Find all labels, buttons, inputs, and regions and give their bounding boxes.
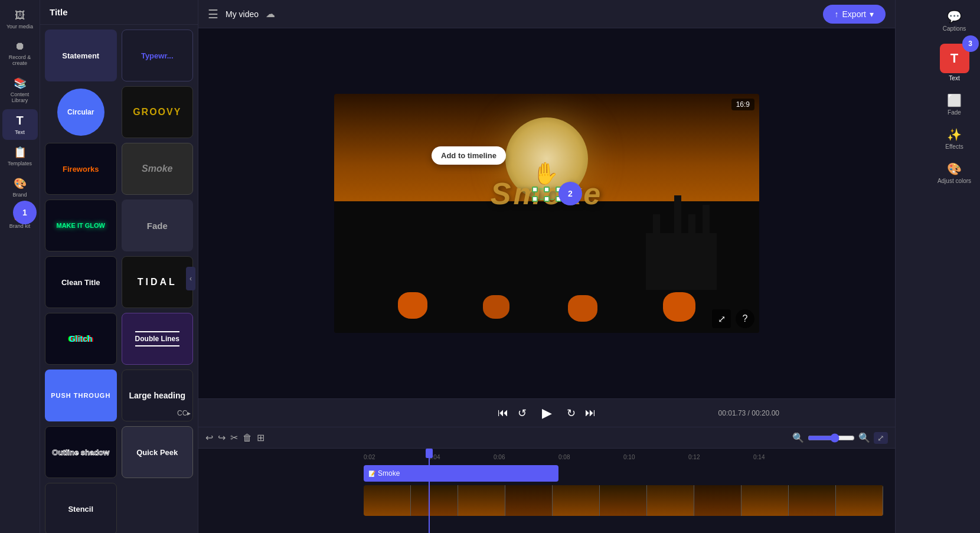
skip-forward-button[interactable]: ⏭ [585, 407, 596, 419]
sidebar-label-brand: Brand [12, 192, 27, 198]
right-panel-text[interactable]: T 3 Text [934, 39, 975, 86]
video-thumb-10 [789, 485, 836, 516]
sidebar-label-record: Record & create [5, 54, 35, 66]
title-card-fireworks[interactable]: Fireworks [45, 143, 117, 195]
title-card-double-lines[interactable]: Double Lines [122, 313, 194, 365]
ruler-mark-5: 0:10 [623, 454, 688, 460]
right-panel-effects[interactable]: ✨ Effects [934, 123, 975, 155]
sidebar-label-media: Your media [6, 24, 33, 30]
title-card-outline-shadow[interactable]: Outline shadow [45, 426, 117, 478]
cut-button[interactable]: ✂ [230, 432, 238, 443]
ruler-mark-3: 0:06 [494, 454, 558, 460]
ruler-mark-4: 0:08 [558, 454, 623, 460]
record-icon: ⏺ [15, 40, 25, 53]
cursor-step-3: 3 [962, 35, 979, 52]
text-panel-t-icon: T [950, 51, 958, 66]
captions-icon: 💬 [947, 9, 962, 24]
play-button[interactable]: ▶ [536, 403, 557, 424]
sidebar-item-templates[interactable]: 📋 Templates [2, 141, 38, 171]
sidebar-item-text[interactable]: T Text 1 [2, 109, 38, 140]
zoom-in-icon[interactable]: 🔍 [858, 432, 870, 443]
right-panel-captions[interactable]: 💬 Captions [934, 5, 975, 37]
add-to-timeline-tooltip: Add to timeline [432, 146, 506, 165]
project-name[interactable]: My video [226, 9, 259, 19]
sidebar-item-media[interactable]: 🖼 Your media [2, 5, 38, 34]
title-card-statement[interactable]: Statement [45, 30, 117, 81]
title-card-typewr[interactable]: Typewr... [122, 30, 194, 81]
right-panel-fade[interactable]: ⬜ Fade [934, 89, 975, 120]
zoom-slider[interactable] [808, 433, 855, 443]
title-card-glitch[interactable]: Glitch [45, 313, 117, 365]
handle-bm[interactable] [544, 196, 550, 202]
export-icon: ↑ [835, 9, 839, 19]
handle-tl[interactable] [532, 187, 538, 192]
fit-button[interactable]: ⤢ [874, 432, 888, 444]
video-canvas[interactable]: Smoke 16:9 ⤢ ? [334, 94, 759, 333]
title-card-tidal[interactable]: TIDAL [122, 256, 194, 308]
canvas-area: Add to timeline Smoke [198, 28, 895, 398]
cloud-save-icon[interactable]: ☁ [266, 8, 275, 19]
left-sidebar: 🖼 Your media ⏺ Record & create 📚 Content… [0, 0, 40, 533]
expand-button[interactable]: ⤢ [712, 309, 731, 328]
split-button[interactable]: ⊞ [257, 432, 264, 443]
title-card-groovy[interactable]: GROOVY [122, 86, 194, 138]
help-button[interactable]: ? [736, 309, 754, 328]
video-thumb-6 [600, 485, 647, 516]
cursor-step-2: 2 [558, 182, 582, 205]
delete-button[interactable]: 🗑 [243, 433, 252, 443]
video-thumb-2 [411, 485, 458, 516]
title-panel-header: Title [40, 0, 198, 25]
video-thumb-9 [741, 485, 789, 516]
ruler-mark-1: 0:02 [364, 454, 429, 460]
text-panel-label: Text [949, 75, 959, 81]
video-thumb-3 [458, 485, 505, 516]
zoom-out-icon[interactable]: 🔍 [792, 432, 804, 443]
title-card-clean-title[interactable]: Clean Title [45, 256, 117, 308]
cursor-hand-2: 🤚 [532, 161, 558, 186]
sidebar-item-content[interactable]: 📚 Content Library [2, 72, 38, 108]
title-card-make-it-glow[interactable]: MAKE IT GLOW [45, 200, 117, 251]
handle-tm[interactable] [544, 187, 550, 192]
title-card-fade[interactable]: Fade [122, 200, 194, 251]
smoke-text-selection[interactable]: Smoke [534, 188, 560, 200]
castle [646, 195, 717, 290]
hamburger-icon[interactable]: ☰ [208, 7, 218, 21]
timeline-ruler: 0:02 0:04 0:06 0:08 0:10 0:12 0:14 [198, 451, 895, 463]
effects-label: Effects [945, 143, 963, 150]
title-card-push-through[interactable]: PUSH THROUGH [45, 369, 117, 421]
timeline-tracks: 0:02 0:04 0:06 0:08 0:10 0:12 0:14 📝 Smo… [198, 449, 895, 533]
text-track-row: 📝 Smoke [198, 463, 895, 484]
undo-button[interactable]: ↩ [205, 432, 213, 443]
right-panel-adjust-colors[interactable]: 🎨 Adjust colors [934, 157, 975, 189]
pumpkin-2 [483, 295, 509, 319]
title-card-circular[interactable]: Circular [57, 89, 104, 136]
cc-toggle[interactable]: CC▸ [177, 409, 191, 417]
effects-icon: ✨ [947, 127, 962, 142]
title-card-stencil[interactable]: Stencil [45, 483, 117, 533]
sidebar-item-brand[interactable]: 🎨 Brand [2, 172, 38, 202]
sidebar-label-templates: Templates [8, 161, 32, 166]
video-clip[interactable] [364, 485, 883, 516]
playhead[interactable] [429, 449, 430, 533]
smoke-text-clip[interactable]: 📝 Smoke [364, 465, 558, 482]
export-button[interactable]: ↑ Export ▾ [823, 5, 886, 24]
video-track-row [198, 484, 895, 517]
adjust-colors-icon: 🎨 [947, 162, 962, 176]
content-icon: 📚 [14, 77, 27, 90]
video-thumb-1 [364, 485, 411, 516]
skip-back-button[interactable]: ⏮ [498, 407, 508, 419]
title-card-quick-peek[interactable]: Quick Peek [122, 426, 194, 478]
scroll-arrow[interactable]: ‹ [186, 267, 195, 290]
timeline-toolbar: ↩ ↪ ✂ 🗑 ⊞ 🔍 🔍 ⤢ [198, 427, 895, 449]
brand-icon: 🎨 [14, 177, 27, 190]
sidebar-item-record[interactable]: ⏺ Record & create [2, 35, 38, 71]
rewind-button[interactable]: ↺ [518, 407, 527, 420]
redo-button[interactable]: ↪ [218, 432, 226, 443]
title-card-smoke[interactable]: Smoke [122, 143, 194, 195]
cursor-step-1: 1 [13, 201, 37, 224]
playhead-top [426, 449, 433, 458]
forward-button[interactable]: ↻ [567, 407, 576, 420]
main-area: ☰ My video ☁ ↑ Export ▾ Add to timeline [198, 0, 895, 533]
handle-bl[interactable] [532, 196, 538, 202]
text-icon: T [16, 114, 23, 127]
